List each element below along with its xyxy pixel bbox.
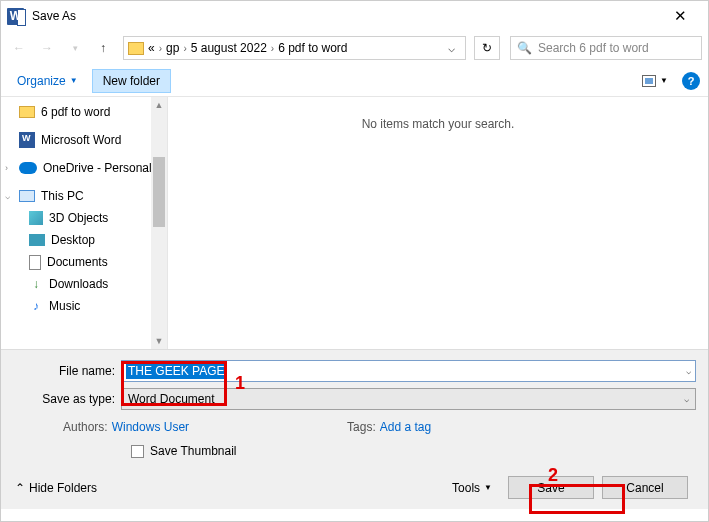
search-placeholder: Search 6 pdf to word [538,41,649,55]
chevron-right-icon: › [183,43,186,54]
tree-scrollbar[interactable]: ▲ ▼ [151,97,167,349]
filetype-label: Save as type: [13,392,121,406]
back-button[interactable]: ← [7,36,31,60]
search-input[interactable]: 🔍 Search 6 pdf to word [510,36,702,60]
toolbar: Organize▼ New folder ▼ ? [1,65,708,97]
tags-value[interactable]: Add a tag [380,420,431,434]
music-icon: ♪ [29,299,43,313]
title-bar: W Save As ✕ [1,1,708,31]
collapse-icon[interactable]: ⌵ [5,191,15,201]
up-button[interactable]: ↑ [91,36,115,60]
tree-item[interactable]: 6 pdf to word [1,101,167,123]
objects-3d-icon [29,211,43,225]
authors-label: Authors: [63,420,108,434]
breadcrumb-seg[interactable]: gp [166,41,179,55]
nav-bar: ← → ▾ ↑ « › gp › 5 august 2022 › 6 pdf t… [1,31,708,65]
tree-item[interactable]: ›OneDrive - Personal [1,157,167,179]
breadcrumb-dropdown[interactable]: ⌵ [448,41,461,55]
cancel-button[interactable]: Cancel [602,476,688,499]
chevron-down-icon[interactable]: ⌵ [684,394,689,404]
tree-item-this-pc[interactable]: ⌵This PC [1,185,167,207]
word-icon [19,132,35,148]
scroll-thumb[interactable] [153,157,165,227]
close-button[interactable]: ✕ [660,7,700,25]
chevron-down-icon: ▼ [70,76,78,85]
view-options-button[interactable]: ▼ [638,73,672,89]
recent-dropdown[interactable]: ▾ [63,36,87,60]
expand-icon[interactable]: › [5,163,15,173]
save-thumbnail-label: Save Thumbnail [150,444,237,458]
chevron-down-icon[interactable]: ⌵ [686,366,691,376]
tree-item[interactable]: ♪Music [1,295,167,317]
view-icon [642,75,656,87]
tags-label: Tags: [347,420,376,434]
tree-item[interactable]: Desktop [1,229,167,251]
folder-icon [128,42,144,55]
annotation-number-2: 2 [548,465,558,486]
desktop-icon [29,234,45,246]
forward-button[interactable]: → [35,36,59,60]
documents-icon [29,255,41,270]
main-area: 6 pdf to word Microsoft Word ›OneDrive -… [1,97,708,349]
downloads-icon: ↓ [29,277,43,291]
breadcrumb-seg[interactable]: 6 pdf to word [278,41,347,55]
filename-input[interactable]: THE GEEK PAGE ⌵ [121,360,696,382]
cloud-icon [19,162,37,174]
filetype-select[interactable]: Word Document ⌵ [121,388,696,410]
breadcrumb-prefix[interactable]: « [148,41,155,55]
chevron-down-icon: ▼ [660,76,668,85]
file-list-area: No items match your search. [168,97,708,349]
tree-item[interactable]: Microsoft Word [1,129,167,151]
tree-item[interactable]: ↓Downloads [1,273,167,295]
organize-button[interactable]: Organize▼ [9,70,86,92]
authors-value[interactable]: Windows User [112,420,189,434]
scroll-down-icon[interactable]: ▼ [151,333,167,349]
folder-tree: 6 pdf to word Microsoft Word ›OneDrive -… [1,97,168,349]
tree-item[interactable]: Documents [1,251,167,273]
tools-dropdown[interactable]: Tools ▼ [452,481,492,495]
refresh-button[interactable]: ↻ [474,36,500,60]
save-form: File name: THE GEEK PAGE ⌵ Save as type:… [1,349,708,509]
word-app-icon: W [7,8,24,25]
chevron-right-icon: › [159,43,162,54]
folder-icon [19,106,35,118]
dialog-title: Save As [32,9,660,23]
hide-folders-button[interactable]: ⌃ Hide Folders [13,481,97,495]
chevron-up-icon: ⌃ [15,481,25,495]
tree-item[interactable]: 3D Objects [1,207,167,229]
pc-icon [19,190,35,202]
filename-label: File name: [13,364,121,378]
scroll-up-icon[interactable]: ▲ [151,97,167,113]
new-folder-button[interactable]: New folder [92,69,171,93]
empty-message: No items match your search. [188,117,688,131]
breadcrumb[interactable]: « › gp › 5 august 2022 › 6 pdf to word ⌵ [123,36,466,60]
search-icon: 🔍 [517,41,532,55]
chevron-down-icon: ▼ [484,483,492,492]
save-thumbnail-checkbox[interactable] [131,445,144,458]
breadcrumb-seg[interactable]: 5 august 2022 [191,41,267,55]
annotation-number-1: 1 [235,373,245,394]
chevron-right-icon: › [271,43,274,54]
help-button[interactable]: ? [682,72,700,90]
